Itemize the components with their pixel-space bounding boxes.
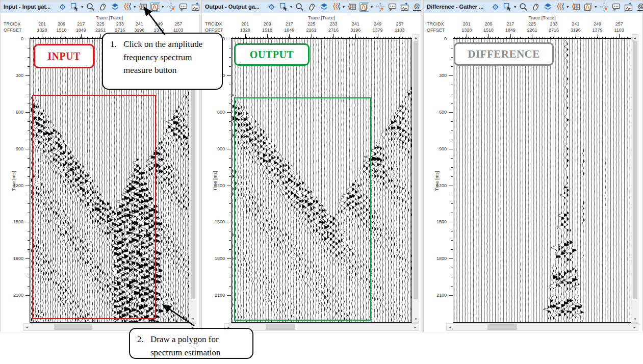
comment-icon[interactable] [178,2,188,12]
time-tick [449,39,453,39]
spectrum-measure-dropdown-caret-icon[interactable]: ▾ [595,5,597,9]
seismic-plot-area-difference[interactable]: DIFFERENCE [453,34,631,323]
horizontal-scroll-thumb[interactable] [266,324,295,330]
annotation-at-icon[interactable]: @ [636,2,643,12]
vertical-scrollbar-output[interactable]: ▴▾ [413,34,419,323]
trcidx-value: 225 [528,21,536,27]
trace-grid-icon[interactable] [347,2,357,12]
layers-icon[interactable] [543,2,553,12]
comment-icon[interactable] [611,2,621,12]
selection-mode-dropdown-caret-icon[interactable]: ▾ [514,5,516,9]
wiggle-display-dropdown-caret-icon[interactable]: ▾ [567,5,569,9]
overlay-label-input: INPUT [34,44,94,68]
selection-mode-icon[interactable] [70,2,80,12]
time-tick-label: 1500 [429,219,447,224]
time-tick [449,186,453,186]
offset-value: 1379 [592,28,602,33]
trcidx-value: 217 [506,21,514,27]
wiggle-display-icon[interactable] [122,2,132,12]
scroll-up-arrow-icon[interactable]: ▴ [632,35,638,41]
offset-value: 1103 [614,28,624,33]
export-image-icon[interactable] [400,2,409,12]
horizontal-scroll-thumb[interactable] [54,324,92,330]
offset-value: 1849 [284,28,294,33]
spectrum-measure-icon[interactable] [150,2,160,12]
offset-value: 1849 [76,28,86,33]
offset-value: 1849 [505,28,516,33]
selection-mode-dropdown-caret-icon[interactable]: ▾ [81,5,83,9]
time-tick [227,112,231,113]
spectrum-measure-dropdown-caret-icon[interactable]: ▾ [371,5,373,9]
time-tick [227,186,231,186]
scroll-down-arrow-icon[interactable]: ▾ [190,316,196,322]
vertical-scroll-thumb[interactable] [633,41,637,299]
crosshair-icon[interactable] [375,2,385,12]
wiggle-display-icon[interactable] [555,2,565,12]
crosshair-icon[interactable] [166,2,176,12]
scroll-right-arrow-icon[interactable]: ▸ [631,324,638,330]
scroll-left-arrow-icon[interactable]: ◂ [447,324,453,330]
overlay-label-output: OUTPUT [234,43,310,66]
vertical-scrollbar-difference[interactable]: ▴▾ [632,34,638,323]
time-tick-label: 2100 [208,293,225,298]
horizontal-scroll-thumb[interactable] [487,324,517,330]
offset-value: 1379 [153,28,164,33]
scroll-up-arrow-icon[interactable]: ▴ [413,35,419,41]
selection-mode-dropdown-caret-icon[interactable]: ▾ [290,5,292,9]
settings-gear-icon[interactable]: ⚙ [58,2,67,12]
horizontal-scrollbar-difference[interactable]: ◂▸ [446,323,638,331]
settings-gear-icon[interactable]: ⚙ [267,2,276,12]
time-tick [227,295,231,296]
annotation-at-icon[interactable]: @ [412,2,422,12]
callout-step-2-number: 2. [137,333,150,354]
panel-content-output: Trace [Trace]TRCIDXOFFSET201132820915182… [202,13,421,332]
seismic-plot-area-output[interactable]: OUTPUT [231,34,412,323]
mouse-tracking-icon[interactable] [307,2,317,12]
spectrum-measure-icon[interactable] [359,2,369,12]
scroll-down-arrow-icon[interactable]: ▾ [632,316,638,322]
vertical-scroll-thumb[interactable] [414,41,418,299]
mouse-tracking-icon[interactable] [98,2,108,12]
layers-icon[interactable] [319,2,329,12]
mouse-tracking-icon[interactable] [531,2,541,12]
trace-grid-icon[interactable] [138,2,148,12]
zoom-icon[interactable] [519,2,528,12]
offset-value: 1103 [173,28,183,33]
panel-titlebar-output: Output - Output ga...⚙▾▾▾@▾ [202,1,421,13]
offset-value: 3196 [350,28,361,33]
panel-difference: Difference - Gather ...⚙▾▾▾@▾Trace [Trac… [423,0,643,331]
spectrum-measure-icon[interactable] [583,2,593,12]
comment-icon[interactable] [388,2,397,12]
trace-grid-icon[interactable] [571,2,581,12]
scroll-left-arrow-icon[interactable]: ◂ [23,324,30,330]
layers-icon[interactable] [110,2,120,12]
trcidx-value: 249 [155,21,163,27]
crosshair-icon[interactable] [599,2,609,12]
seismic-wiggle-canvas-output[interactable] [231,34,412,323]
time-tick [449,258,453,259]
wiggle-display-icon[interactable] [331,2,341,12]
export-image-icon[interactable] [624,2,633,12]
wiggle-display-dropdown-caret-icon[interactable]: ▾ [134,5,136,9]
time-tick [227,149,231,149]
horizontal-scrollbar-output[interactable]: ◂▸ [224,323,419,331]
spectrum-measure-dropdown-caret-icon[interactable]: ▾ [162,5,164,9]
offset-value: 2261 [306,28,317,33]
trcidx-value: 257 [174,21,182,27]
trcidx-value: 225 [307,21,315,27]
export-image-icon[interactable] [191,2,200,12]
scroll-down-arrow-icon[interactable]: ▾ [413,316,419,322]
callout-step-1-number: 1. [110,38,123,85]
panel-toolbar-output: ⚙▾▾▾@▾ [267,2,438,12]
scroll-right-arrow-icon[interactable]: ▸ [412,324,419,330]
settings-gear-icon[interactable]: ⚙ [491,2,500,12]
panel-title-difference: Difference - Gather ... [427,4,483,10]
time-tick [449,149,453,149]
zoom-icon[interactable] [295,2,304,12]
selection-mode-icon[interactable] [503,2,512,12]
wiggle-display-dropdown-caret-icon[interactable]: ▾ [343,5,345,9]
panel-titlebar-difference: Difference - Gather ...⚙▾▾▾@▾ [424,1,642,13]
selection-mode-icon[interactable] [279,2,289,12]
seismic-wiggle-canvas-difference[interactable] [453,34,631,323]
zoom-icon[interactable] [86,2,95,12]
